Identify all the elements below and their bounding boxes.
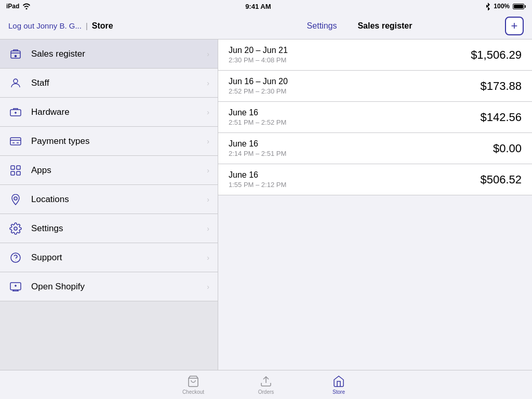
sidebar-item-open-shopify[interactable]: Open Shopify › xyxy=(0,272,218,301)
status-bar: iPad 9:41 AM 100% xyxy=(0,0,532,12)
svg-point-9 xyxy=(14,197,17,200)
sidebar-label-settings: Settings xyxy=(31,223,198,234)
sidebar-item-sales-register[interactable]: Sales register › xyxy=(0,39,218,69)
sidebar-item-payment-types[interactable]: Payment types › xyxy=(0,127,218,156)
sidebar-item-staff[interactable]: Staff › xyxy=(0,69,218,98)
sidebar-item-support[interactable]: Support › xyxy=(0,243,218,272)
battery-percent: 100% xyxy=(494,3,510,10)
register-info: June 16 2:51 PM – 2:52 PM xyxy=(229,108,286,126)
svg-point-10 xyxy=(14,227,17,230)
header-sales-register-title: Sales register xyxy=(357,21,412,31)
store-title: Store xyxy=(92,21,113,31)
locations-icon xyxy=(8,192,23,207)
sidebar-label-sales-register: Sales register xyxy=(31,49,198,59)
settings-icon xyxy=(8,221,23,236)
sidebar-item-hardware[interactable]: Hardware › xyxy=(0,98,218,127)
header-left: Log out Jonny B. G... | Store xyxy=(8,21,227,31)
register-amount: $173.88 xyxy=(480,79,522,93)
svg-point-11 xyxy=(11,253,20,262)
register-amount: $506.52 xyxy=(480,173,522,187)
bluetooth-icon xyxy=(485,2,490,10)
staff-icon xyxy=(8,76,23,90)
register-date: June 16 xyxy=(229,170,286,180)
chevron-right-icon: › xyxy=(207,224,209,233)
tab-bar: Checkout Orders Store xyxy=(0,370,532,399)
svg-rect-5 xyxy=(11,166,15,169)
status-right: 100% xyxy=(485,2,526,10)
apps-icon xyxy=(8,163,23,178)
svg-rect-7 xyxy=(11,171,15,175)
register-info: June 16 2:14 PM – 2:51 PM xyxy=(229,139,286,157)
orders-icon xyxy=(260,375,272,388)
tab-bar-inner: Checkout Orders Store xyxy=(157,370,375,400)
chevron-right-icon: › xyxy=(207,137,209,145)
sidebar-label-payment-types: Payment types xyxy=(31,136,198,147)
shopify-icon xyxy=(8,280,23,294)
hardware-icon xyxy=(8,105,23,119)
svg-point-12 xyxy=(16,260,16,260)
register-info: Jun 20 – Jun 21 2:30 PM – 4:08 PM xyxy=(229,46,288,64)
register-list-panel: Jun 20 – Jun 21 2:30 PM – 4:08 PM $1,506… xyxy=(218,39,532,370)
register-row[interactable]: Jun 16 – Jun 20 2:52 PM – 2:30 PM $173.8… xyxy=(218,71,532,102)
register-row[interactable]: Jun 20 – Jun 21 2:30 PM – 4:08 PM $1,506… xyxy=(218,39,532,71)
sidebar-item-apps[interactable]: Apps › xyxy=(0,156,218,185)
register-time: 2:30 PM – 4:08 PM xyxy=(229,56,288,64)
svg-rect-6 xyxy=(17,166,20,169)
tab-store[interactable]: Store xyxy=(302,370,375,400)
svg-point-1 xyxy=(15,55,17,57)
chevron-right-icon: › xyxy=(207,195,209,204)
header: Log out Jonny B. G... | Store Settings S… xyxy=(0,12,532,39)
chevron-right-icon: › xyxy=(207,108,209,116)
logout-button[interactable]: Log out Jonny B. G... xyxy=(8,21,82,30)
header-settings-link[interactable]: Settings xyxy=(307,21,337,31)
checkout-icon xyxy=(187,375,200,388)
tab-checkout[interactable]: Checkout xyxy=(157,370,230,400)
header-right: + xyxy=(493,17,524,35)
sidebar-label-apps: Apps xyxy=(31,165,198,176)
wifi-icon xyxy=(22,3,31,9)
sidebar: Sales register › Staff › Hardware › Paym… xyxy=(0,39,218,370)
support-icon xyxy=(8,250,23,265)
payment-icon xyxy=(8,134,23,149)
chevron-right-icon: › xyxy=(207,50,209,58)
svg-rect-4 xyxy=(10,138,21,145)
status-left: iPad xyxy=(6,3,31,10)
sidebar-label-staff: Staff xyxy=(31,78,198,88)
register-row[interactable]: June 16 2:14 PM – 2:51 PM $0.00 xyxy=(218,133,532,164)
register-info: June 16 1:55 PM – 2:12 PM xyxy=(229,170,286,189)
tab-orders[interactable]: Orders xyxy=(230,370,302,400)
svg-rect-8 xyxy=(17,171,20,175)
sidebar-item-locations[interactable]: Locations › xyxy=(0,185,218,214)
device-label: iPad xyxy=(6,3,19,10)
status-time: 9:41 AM xyxy=(245,3,271,10)
register-icon xyxy=(8,47,23,61)
battery-icon xyxy=(513,4,526,9)
register-row[interactable]: June 16 2:51 PM – 2:52 PM $142.56 xyxy=(218,102,532,133)
register-date: Jun 16 – Jun 20 xyxy=(229,77,288,86)
register-time: 2:14 PM – 2:51 PM xyxy=(229,150,286,157)
sidebar-label-support: Support xyxy=(31,252,198,263)
chevron-right-icon: › xyxy=(207,283,209,291)
register-amount: $0.00 xyxy=(493,142,522,155)
add-button[interactable]: + xyxy=(505,17,524,35)
header-divider: | xyxy=(86,21,88,30)
chevron-right-icon: › xyxy=(207,166,209,175)
tab-label-orders: Orders xyxy=(258,389,274,395)
store-icon xyxy=(332,375,345,388)
svg-point-2 xyxy=(14,79,18,83)
register-amount: $142.56 xyxy=(480,111,522,124)
register-info: Jun 16 – Jun 20 2:52 PM – 2:30 PM xyxy=(229,77,288,95)
register-amount: $1,506.29 xyxy=(471,48,522,62)
register-date: June 16 xyxy=(229,139,286,149)
sidebar-label-open-shopify: Open Shopify xyxy=(31,282,198,292)
register-time: 1:55 PM – 2:12 PM xyxy=(229,181,286,189)
register-time: 2:51 PM – 2:52 PM xyxy=(229,118,286,126)
header-center: Settings Sales register xyxy=(227,21,493,31)
register-row[interactable]: June 16 1:55 PM – 2:12 PM $506.52 xyxy=(218,164,532,195)
tab-label-checkout: Checkout xyxy=(182,389,204,395)
register-time: 2:52 PM – 2:30 PM xyxy=(229,87,288,95)
sidebar-label-locations: Locations xyxy=(31,194,198,205)
tab-label-store: Store xyxy=(332,389,345,395)
chevron-right-icon: › xyxy=(207,254,209,262)
sidebar-item-settings[interactable]: Settings › xyxy=(0,214,218,243)
